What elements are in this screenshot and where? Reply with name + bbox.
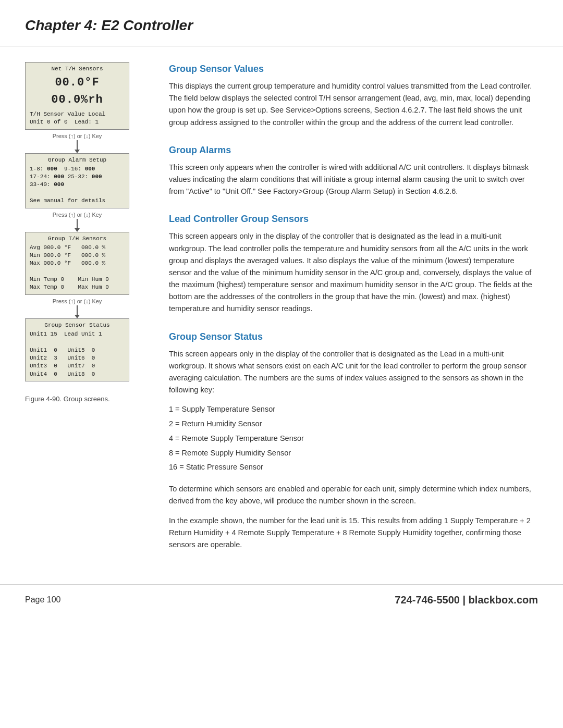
screen-th-line4 xyxy=(30,268,125,276)
section-text-group-alarms: This screen only appears when the contro… xyxy=(169,162,538,198)
screen-sensor-line3: Unit1 0 Unit5 0 xyxy=(30,347,125,354)
footer-page-number: Page 100 xyxy=(25,594,61,606)
page-title: Chapter 4: E2 Controller xyxy=(25,15,538,36)
screen-net-th-title: Net T/H Sensors xyxy=(30,65,125,73)
arrow-block-3: Press (↑) or (↓) Key xyxy=(25,295,129,319)
screen-sensor-line5: Unit3 0 Unit7 0 xyxy=(30,362,125,370)
screen-th-line3: Max 000.0 °F 000.0 % xyxy=(30,260,125,267)
screen-sensor-line4: Unit2 3 Unit6 0 xyxy=(30,354,125,362)
section-text-group-sensor-status-2: To determine which sensors are enabled a… xyxy=(169,483,538,507)
screen-sensor-status-title: Group Sensor Status xyxy=(30,322,125,329)
screen-group-alarm-title: Group Alarm Setup xyxy=(30,156,125,164)
arrow-block-1: Press (↑) or (↓) Key xyxy=(25,130,129,154)
screen-th-line2: Min 000.0 °F 000.0 % xyxy=(30,252,125,260)
section-text-lead-controller: This screen appears only in the display … xyxy=(169,230,538,315)
section-group-sensor-values: Group Sensor Values This displays the cu… xyxy=(169,62,538,129)
screen-th-line5: Min Temp 0 Min Hum 0 xyxy=(30,276,125,283)
section-lead-controller: Lead Controller Group Sensors This scree… xyxy=(169,212,538,315)
arrowhead-1 xyxy=(75,150,80,153)
screen-net-th-line2: Unit 0 of 0 Lead: 1 xyxy=(30,118,125,126)
screen-alarm-line4 xyxy=(30,189,125,197)
arrow-line-3 xyxy=(77,305,78,315)
vert-arrow-3 xyxy=(75,305,80,318)
arrowhead-3 xyxy=(75,315,80,318)
screen-net-th: Net T/H Sensors 00.0°F 00.0%rh T/H Senso… xyxy=(25,62,129,130)
screen-alarm-line3: 33-40: 000 xyxy=(30,181,125,189)
section-title-lead-controller: Lead Controller Group Sensors xyxy=(169,212,538,226)
section-title-group-sensor-values: Group Sensor Values xyxy=(169,62,538,76)
screen-sensor-line1: Unit1 15 Lead Unit 1 xyxy=(30,330,125,338)
screen-sensor-line2 xyxy=(30,338,125,346)
footer-contact: 724-746-5500 | blackbox.com xyxy=(395,592,538,608)
section-text-group-sensor-status-1: This screen appears only in the display … xyxy=(169,348,538,397)
screen-th-line6: Max Temp 0 Max Hum 0 xyxy=(30,283,125,291)
right-column: Group Sensor Values This displays the cu… xyxy=(169,62,538,563)
page-footer: Page 100 724-746-5500 | blackbox.com xyxy=(0,584,563,615)
arrow-line-1 xyxy=(77,140,78,150)
sensor-list-item-4: 8 = Remote Supply Humidity Sensor xyxy=(169,446,538,461)
page-header: Chapter 4: E2 Controller xyxy=(0,0,563,46)
screen-net-th-temp: 00.0°F xyxy=(30,75,125,91)
section-group-sensor-status: Group Sensor Status This screen appears … xyxy=(169,330,538,551)
screen-sensor-line6: Unit4 0 Unit8 0 xyxy=(30,371,125,378)
sensor-list: 1 = Supply Temperature Sensor 2 = Return… xyxy=(169,402,538,475)
screen-group-th-title: Group T/H Sensors xyxy=(30,235,125,243)
main-content: Net T/H Sensors 00.0°F 00.0%rh T/H Senso… xyxy=(0,46,563,563)
sensor-list-item-3: 4 = Remote Supply Temperature Sensor xyxy=(169,431,538,446)
screen-group-sensor-status: Group Sensor Status Unit1 15 Lead Unit 1… xyxy=(25,318,129,381)
screen-net-th-line1: T/H Sensor Value Local xyxy=(30,110,125,118)
section-text-group-sensor-status-3: In the example shown, the number for the… xyxy=(169,515,538,551)
section-title-group-alarms: Group Alarms xyxy=(169,143,538,157)
figure-caption: Figure 4-90. Group screens. xyxy=(25,394,110,404)
screen-alarm-line2: 17-24: 000 25-32: 000 xyxy=(30,173,125,181)
sensor-list-item-2: 2 = Return Humidity Sensor xyxy=(169,417,538,431)
arrow-block-2: Press (↑) or (↓) Key xyxy=(25,208,129,232)
vert-arrow-2 xyxy=(75,219,80,232)
screen-th-line1: Avg 000.0 °F 000.0 % xyxy=(30,244,125,252)
screen-group-alarm: Group Alarm Setup 1-8: 000 9-16: 000 17-… xyxy=(25,153,129,208)
screen-alarm-line1: 1-8: 000 9-16: 000 xyxy=(30,165,125,173)
screen-net-th-humidity: 00.0%rh xyxy=(30,92,125,108)
section-group-alarms: Group Alarms This screen only appears wh… xyxy=(169,143,538,198)
screen-group-th: Group T/H Sensors Avg 000.0 °F 000.0 % M… xyxy=(25,232,129,295)
vert-arrow-1 xyxy=(75,140,80,153)
section-title-group-sensor-status: Group Sensor Status xyxy=(169,330,538,344)
arrow-label-3: Press (↑) or (↓) Key xyxy=(53,297,102,306)
arrow-label-1: Press (↑) or (↓) Key xyxy=(53,132,102,141)
screen-alarm-line5: See manual for details xyxy=(30,197,125,205)
sensor-list-item-5: 16 = Static Pressure Sensor xyxy=(169,460,538,475)
left-column: Net T/H Sensors 00.0°F 00.0%rh T/H Senso… xyxy=(25,62,150,563)
arrow-line-2 xyxy=(77,219,78,228)
sensor-list-item-1: 1 = Supply Temperature Sensor xyxy=(169,402,538,417)
arrow-label-2: Press (↑) or (↓) Key xyxy=(53,211,102,219)
arrowhead-2 xyxy=(75,228,80,232)
section-text-group-sensor-values: This displays the current group temperat… xyxy=(169,80,538,129)
